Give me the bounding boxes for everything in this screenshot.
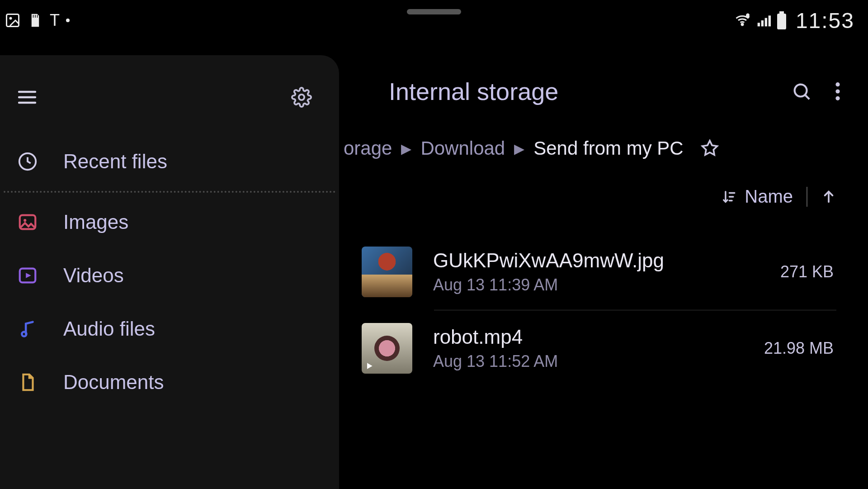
main-panel: Internal storage orage ▶ Download ▶ Sen	[339, 55, 868, 489]
sort-button[interactable]: Name	[721, 186, 793, 207]
svg-point-19	[795, 85, 807, 97]
divider	[807, 187, 807, 207]
svg-rect-9	[777, 14, 786, 29]
svg-point-18	[22, 332, 26, 337]
dot-status-icon	[66, 19, 70, 22]
page-title: Internal storage	[389, 77, 558, 105]
video-icon	[16, 265, 39, 286]
favorite-button[interactable]	[700, 138, 720, 158]
picture-status-icon	[5, 12, 21, 28]
play-icon	[364, 361, 374, 371]
battery-icon	[776, 11, 788, 29]
sidebar-item-recent[interactable]: Recent files	[0, 135, 339, 188]
sort-label: Name	[745, 186, 793, 207]
sidebar-item-videos[interactable]: Videos	[0, 249, 339, 302]
sidebar: Recent files Images	[0, 55, 339, 489]
music-icon	[16, 318, 39, 339]
clock-icon	[16, 151, 39, 172]
signal-icon	[756, 13, 771, 28]
breadcrumb-segment[interactable]: orage	[344, 138, 392, 159]
chevron-right-icon: ▶	[514, 141, 524, 157]
image-icon	[16, 212, 39, 233]
search-button[interactable]	[791, 81, 812, 102]
svg-text:6: 6	[746, 13, 749, 19]
app-root: Recent files Images	[0, 55, 868, 489]
svg-point-23	[835, 96, 840, 100]
file-name: GUkKPwiXwAA9mwW.jpg	[433, 249, 760, 272]
svg-point-13	[299, 95, 304, 100]
file-size: 271 KB	[780, 262, 836, 281]
svg-point-2	[741, 24, 743, 25]
breadcrumb-segment[interactable]: Download	[420, 138, 505, 159]
sidebar-item-label: Recent files	[63, 150, 167, 173]
svg-rect-5	[761, 20, 764, 26]
svg-rect-7	[769, 15, 771, 26]
svg-rect-8	[779, 11, 784, 14]
svg-point-22	[835, 89, 840, 93]
menu-button[interactable]	[16, 86, 38, 108]
status-clock: 11:53	[796, 8, 854, 33]
sidebar-item-label: Videos	[63, 264, 124, 287]
svg-rect-6	[765, 18, 767, 27]
file-size: 21.98 MB	[764, 339, 836, 358]
file-row[interactable]: robot.mp4 Aug 13 11:52 AM 21.98 MB	[362, 310, 841, 386]
svg-line-20	[805, 95, 810, 100]
sdcard-status-icon	[27, 12, 43, 28]
file-row[interactable]: GUkKPwiXwAA9mwW.jpg Aug 13 11:39 AM 271 …	[362, 234, 841, 310]
sidebar-divider	[4, 191, 335, 193]
file-modified: Aug 13 11:52 AM	[433, 352, 743, 371]
document-icon	[16, 372, 39, 393]
svg-rect-0	[7, 14, 19, 27]
sidebar-item-label: Documents	[63, 371, 164, 394]
tesla-status-icon: T	[50, 11, 60, 30]
file-modified: Aug 13 11:39 AM	[433, 275, 760, 294]
sidebar-item-audio[interactable]: Audio files	[0, 302, 339, 356]
wifi-icon: 6	[733, 12, 751, 28]
breadcrumb-segment-current[interactable]: Send from my PC	[533, 138, 683, 159]
chevron-right-icon: ▶	[401, 141, 411, 157]
file-list: GUkKPwiXwAA9mwW.jpg Aug 13 11:39 AM 271 …	[362, 234, 841, 386]
svg-point-16	[24, 219, 26, 222]
file-thumbnail	[362, 323, 412, 374]
sidebar-item-label: Images	[63, 211, 128, 233]
svg-rect-4	[758, 23, 760, 26]
sidebar-item-images[interactable]: Images	[0, 195, 339, 249]
file-thumbnail	[362, 247, 412, 297]
sidebar-item-label: Audio files	[63, 318, 155, 340]
svg-point-1	[9, 17, 12, 20]
sort-direction-button[interactable]	[821, 189, 836, 204]
status-bar: T 6 11:53	[0, 0, 868, 41]
svg-point-21	[835, 82, 840, 86]
sidebar-item-documents[interactable]: Documents	[0, 356, 339, 409]
file-name: robot.mp4	[433, 326, 743, 348]
more-button[interactable]	[835, 81, 841, 102]
breadcrumb: orage ▶ Download ▶ Send from my PC	[344, 138, 841, 159]
settings-button[interactable]	[291, 87, 312, 108]
